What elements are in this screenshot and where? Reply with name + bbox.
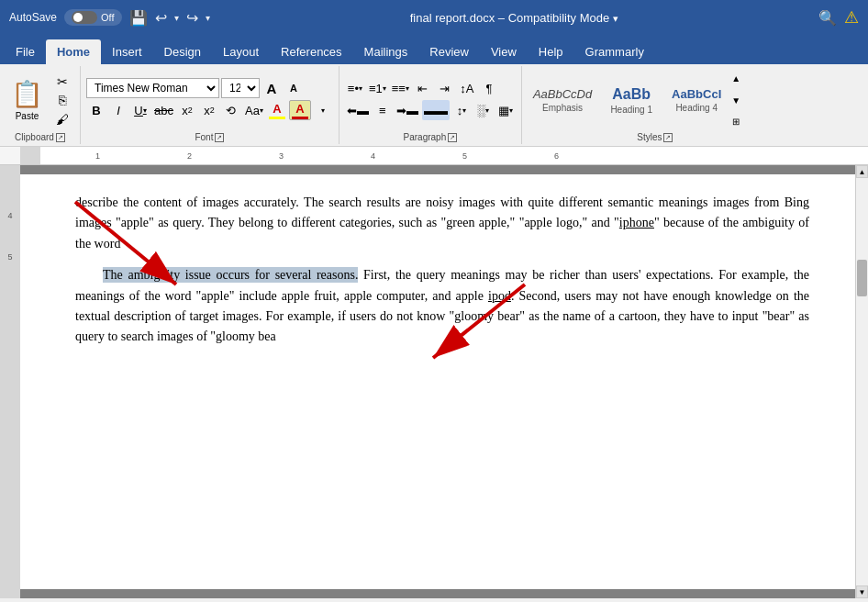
font-color-dropdown[interactable]: ▾ (313, 100, 333, 120)
font-row2: B I U ▾ abc x2 x2 ⟲ Aa▾ A A (86, 100, 333, 120)
heading4-label: Heading 4 (675, 103, 718, 113)
scroll-thumb[interactable] (857, 260, 867, 296)
font-expand-icon[interactable]: ↗ (215, 133, 224, 142)
decrease-indent-button[interactable]: ⇤ (413, 78, 433, 98)
emphasis-preview: AaBbCcDd (533, 87, 592, 101)
styles-label: Styles ↗ (528, 132, 783, 142)
scroll-down-button[interactable]: ▼ (856, 585, 868, 598)
align-right-button[interactable]: ➡▬ (395, 100, 420, 120)
clipboard-expand-icon[interactable]: ↗ (56, 133, 65, 142)
align-center-button[interactable]: ≡ (373, 100, 393, 120)
paragraph-expand-icon[interactable]: ↗ (448, 133, 457, 142)
title-bar-left: AutoSave Off 💾 ↩ ▾ ↪ ▾ (9, 9, 210, 27)
subscript-button[interactable]: x2 (177, 100, 197, 120)
undo-dropdown-icon[interactable]: ▾ (174, 13, 179, 23)
font-color-label: A (295, 102, 304, 116)
ribbon: 📋 Paste ✂ ⎘ 🖌 Clipboard ↗ (0, 64, 868, 147)
font-color-button[interactable]: A (289, 100, 311, 120)
tab-design[interactable]: Design (153, 39, 212, 64)
ruler-mark-4: 4 (371, 151, 375, 161)
bullets-button[interactable]: ≡•▾ (345, 78, 365, 98)
italic-button[interactable]: I (108, 100, 128, 120)
cut-button[interactable]: ✂ (52, 72, 72, 91)
ruler-mark-2: 2 (187, 151, 192, 161)
styles-expand-icon[interactable]: ↗ (663, 133, 673, 142)
style-emphasis[interactable]: AaBbCcDd Emphasis (528, 84, 597, 117)
styles-scroll: ▲ ▼ ⊞ (729, 70, 742, 130)
tab-insert[interactable]: Insert (101, 39, 153, 64)
toggle-off-icon[interactable] (72, 11, 97, 24)
font-group: Times New Roman 12 A A B I U ▾ abc x2 x2 (81, 66, 339, 144)
increase-indent-button[interactable]: ⇥ (435, 78, 455, 98)
grow-font-button[interactable]: A (262, 78, 282, 98)
font-row1: Times New Roman 12 A A (86, 78, 333, 98)
borders-button[interactable]: ▦▾ (495, 100, 516, 120)
ruler-mark-6: 6 (554, 151, 559, 161)
styles-scroll-up[interactable]: ▲ (729, 72, 742, 85)
heading1-preview: AaBb (612, 86, 651, 103)
search-icon[interactable]: 🔍 (818, 9, 837, 27)
align-justify-button[interactable]: ▬▬ (422, 100, 450, 120)
para-row1: ≡•▾ ≡1▾ ≡≡▾ ⇤ ⇥ ↕A ¶ (345, 78, 516, 98)
customize-qat-icon[interactable]: ▾ (206, 13, 210, 23)
strikethrough-icon: abc (154, 104, 173, 117)
styles-scroll-down[interactable]: ▼ (729, 94, 742, 107)
heading4-preview: AaBbCcI (672, 87, 721, 101)
strikethrough-button[interactable]: abc (152, 100, 175, 120)
change-case-button[interactable]: Aa▾ (243, 100, 265, 120)
left-panel: 4 5 (0, 165, 20, 598)
undo-icon[interactable]: ↩ (155, 9, 167, 27)
tab-mailings[interactable]: Mailings (353, 39, 419, 64)
bold-button[interactable]: B (86, 100, 106, 120)
style-heading1[interactable]: AaBb Heading 1 (600, 83, 662, 118)
document-area[interactable]: describe the content of images accuratel… (20, 165, 855, 598)
paragraph-1: describe the content of images accuratel… (75, 193, 809, 254)
paste-label: Paste (16, 111, 39, 121)
paste-button[interactable]: 📋 Paste (6, 70, 49, 130)
paragraph-2: The ambiguity issue occurs for several r… (75, 265, 809, 348)
align-left-button[interactable]: ⬅▬ (345, 100, 371, 120)
tab-view[interactable]: View (480, 39, 528, 64)
title-bar: AutoSave Off 💾 ↩ ▾ ↪ ▾ final report.docx… (0, 0, 868, 35)
cut-icon: ✂ (57, 74, 68, 89)
clipboard-content: 📋 Paste ✂ ⎘ 🖌 (6, 70, 74, 130)
line-spacing-button[interactable]: ↕▾ (451, 100, 472, 120)
font-rows: Times New Roman 12 A A B I U ▾ abc x2 x2 (86, 70, 333, 130)
superscript-button[interactable]: x2 (199, 100, 219, 120)
scroll-track[interactable] (856, 178, 868, 585)
tab-grammarly[interactable]: Grammarly (574, 39, 655, 64)
text-highlight-button[interactable]: A (267, 100, 287, 120)
clear-format-button[interactable]: ⟲ (221, 100, 241, 120)
show-marks-button[interactable]: ¶ (479, 78, 499, 98)
tab-layout[interactable]: Layout (212, 39, 270, 64)
autosave-toggle[interactable]: Off (64, 9, 121, 26)
line-number-5: 5 (7, 252, 12, 262)
shrink-font-button[interactable]: A (284, 78, 304, 98)
save-icon[interactable]: 💾 (129, 9, 148, 27)
para-rows: ≡•▾ ≡1▾ ≡≡▾ ⇤ ⇥ ↕A ¶ ⬅▬ ≡ ➡▬ ▬▬ ↕▾ ░▾ ▦▾ (345, 70, 516, 130)
title-bar-right: 🔍 ⚠ (818, 7, 859, 28)
redo-icon[interactable]: ↪ (186, 9, 198, 27)
style-heading4[interactable]: AaBbCcI Heading 4 (665, 84, 728, 117)
styles-expand[interactable]: ⊞ (729, 115, 742, 128)
scrollbar: ▲ ▼ (855, 165, 868, 598)
tab-home[interactable]: Home (46, 39, 101, 64)
shading-button[interactable]: ░▾ (473, 100, 494, 120)
copy-button[interactable]: ⎘ (52, 91, 72, 109)
tab-references[interactable]: References (270, 39, 352, 64)
tab-review[interactable]: Review (418, 39, 480, 64)
scroll-up-button[interactable]: ▲ (856, 165, 868, 178)
numbering-button[interactable]: ≡1▾ (367, 78, 388, 98)
highlighted-text: The ambiguity issue occurs for several r… (103, 267, 358, 283)
sort-button[interactable]: ↕A (457, 78, 477, 98)
clipboard-group: 📋 Paste ✂ ⎘ 🖌 Clipboard ↗ (0, 66, 81, 144)
font-name-select[interactable]: Times New Roman (86, 78, 219, 98)
font-size-select[interactable]: 12 (221, 78, 260, 98)
tab-help[interactable]: Help (528, 39, 574, 64)
para-row2: ⬅▬ ≡ ➡▬ ▬▬ ↕▾ ░▾ ▦▾ (345, 100, 516, 120)
paste-icon: 📋 (11, 79, 43, 109)
multilevel-button[interactable]: ≡≡▾ (390, 78, 411, 98)
underline-button[interactable]: U ▾ (130, 100, 150, 120)
format-painter-button[interactable]: 🖌 (52, 110, 72, 128)
tab-file[interactable]: File (5, 39, 46, 64)
